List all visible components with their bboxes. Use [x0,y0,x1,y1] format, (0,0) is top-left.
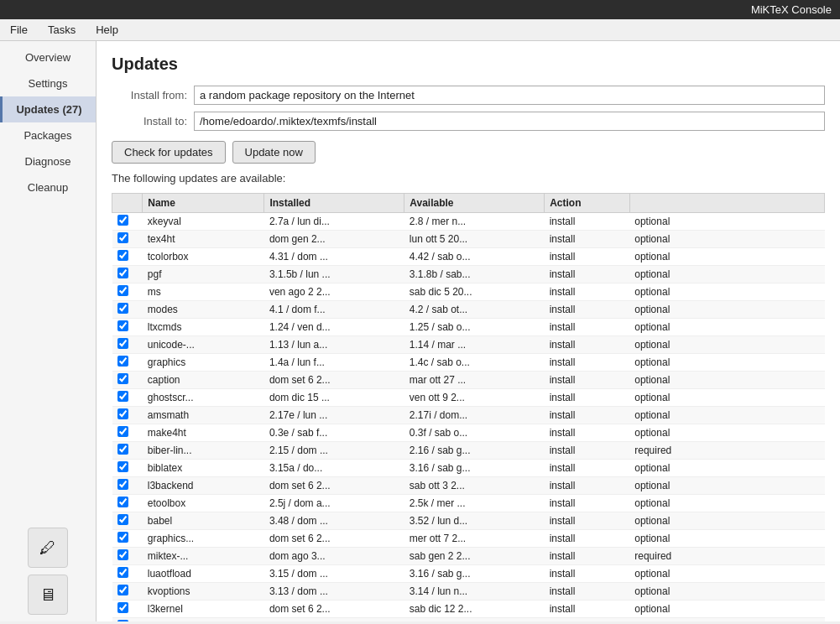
sidebar-item-cleanup[interactable]: Cleanup [0,174,96,200]
row-checkbox[interactable] [117,514,128,525]
row-name: ms [143,283,264,301]
table-row: ghostscr...dom dic 15 ...ven ott 9 2...i… [112,389,825,407]
row-installed: 1.13 / lun a... [264,336,404,354]
row-action: install [545,319,630,336]
sidebar-item-overview[interactable]: Overview [0,44,96,70]
row-status: optional [629,477,824,495]
row-checkbox[interactable] [117,250,128,261]
row-available: 1.25 / sab o... [404,319,545,336]
check-for-updates-button[interactable]: Check for updates [112,141,226,164]
row-checkbox[interactable] [117,268,128,278]
terminal-icon-button[interactable]: 🖥 [28,575,68,615]
row-status: optional [629,266,824,283]
row-checkbox[interactable] [117,620,128,621]
sidebar: Overview Settings Updates (27) Packages … [0,41,97,621]
row-action: install [545,231,630,248]
row-name: xkeyval [143,213,264,231]
col-header-status [629,194,824,213]
row-status: optional [629,389,824,407]
row-installed: 3.48 / dom ... [264,512,404,530]
row-installed: 4.31 / dom ... [264,248,404,266]
row-name: l3backend [143,477,264,495]
row-installed: dom dic 15 ... [264,389,404,407]
menu-file[interactable]: File [7,22,31,38]
col-header-action[interactable]: Action [545,194,630,213]
row-checkbox[interactable] [117,285,128,296]
row-checkbox[interactable] [117,408,128,419]
row-checkbox[interactable] [117,391,128,402]
install-from-value: a random package repository on the Inter… [194,86,825,105]
table-row: tcolorbox4.31 / dom ...4.42 / sab o...in… [112,248,825,266]
menu-help[interactable]: Help [92,22,122,38]
row-available: sab ott 3 2... [404,477,545,495]
row-action: install [545,248,630,266]
row-name: biblatex [143,460,264,477]
row-installed: 3.1.5b / lun ... [264,266,404,283]
row-status: optional [629,336,824,354]
row-checkbox[interactable] [117,532,128,543]
sidebar-item-packages[interactable]: Packages [0,122,96,148]
row-checkbox[interactable] [117,338,128,349]
row-checkbox[interactable] [117,461,128,472]
row-checkbox[interactable] [117,303,128,314]
row-status: optional [629,583,824,601]
col-header-available[interactable]: Available [404,194,545,213]
row-action: install [545,407,630,424]
table-row: babel3.48 / dom ...3.52 / lun d...instal… [112,512,825,530]
install-to-value: /home/edoardo/.miktex/texmfs/install [194,112,825,131]
row-installed: 2.7a / lun di... [264,213,404,231]
row-name: pgf [143,266,264,283]
row-status: optional [629,530,824,548]
row-checkbox[interactable] [117,567,128,578]
row-status: optional [629,460,824,477]
row-checkbox[interactable] [117,444,128,455]
row-name: unicode-... [143,336,264,354]
editor-icon-button[interactable]: 🖊 [28,528,68,568]
row-available: 0.3f / sab o... [404,424,545,442]
row-status: optional [629,565,824,583]
table-row: msven ago 2 2...sab dic 5 20...installop… [112,283,825,301]
col-header-installed[interactable]: Installed [264,194,404,213]
table-row: graphics...dom set 6 2...mer ott 7 2...i… [112,530,825,548]
row-checkbox[interactable] [117,497,128,507]
row-name: amsmath [143,407,264,424]
row-checkbox[interactable] [117,549,128,560]
row-checkbox[interactable] [117,602,128,613]
install-to-label: Install to: [112,115,187,127]
row-name: graphics... [143,530,264,548]
row-available: 3.16 / sab g... [404,460,545,477]
row-available: sab dic 5 20... [404,283,545,301]
row-checkbox[interactable] [117,585,128,595]
sidebar-item-settings[interactable]: Settings [0,70,96,96]
row-installed: dom set 6 2... [264,372,404,389]
sidebar-item-updates[interactable]: Updates (27) [0,96,96,122]
row-checkbox[interactable] [117,479,128,490]
updates-table: Name Installed Available Action xkeyval2… [112,193,825,621]
row-checkbox[interactable] [117,356,128,367]
action-buttons: Check for updates Update now [112,141,825,164]
row-action: install [545,477,630,495]
menu-tasks[interactable]: Tasks [44,22,79,38]
row-installed: dom set 6 2... [264,530,404,548]
table-row: graphics1.4a / lun f...1.4c / sab o...in… [112,354,825,372]
titlebar: MiKTeX Console [0,0,840,19]
col-header-name[interactable]: Name [143,194,264,213]
row-checkbox[interactable] [117,373,128,384]
row-name: caption [143,372,264,389]
table-row: l3backenddom set 6 2...sab ott 3 2...ins… [112,477,825,495]
row-action: install [545,213,630,231]
row-status: optional [629,301,824,319]
row-checkbox[interactable] [117,215,128,226]
row-available: 1.14 / mar ... [404,336,545,354]
sidebar-item-diagnose[interactable]: Diagnose [0,148,96,174]
row-installed: dom set 6 2... [264,477,404,495]
row-action: install [545,283,630,301]
install-from-row: Install from: a random package repositor… [112,86,825,105]
update-now-button[interactable]: Update now [232,141,316,164]
row-checkbox[interactable] [117,232,128,243]
table-row: modes4.1 / dom f...4.2 / sab ot...instal… [112,301,825,319]
table-row: unicode-...1.13 / lun a...1.14 / mar ...… [112,336,825,354]
row-installed: sab mag 16... [264,618,404,622]
row-checkbox[interactable] [117,320,128,331]
row-checkbox[interactable] [117,426,128,437]
